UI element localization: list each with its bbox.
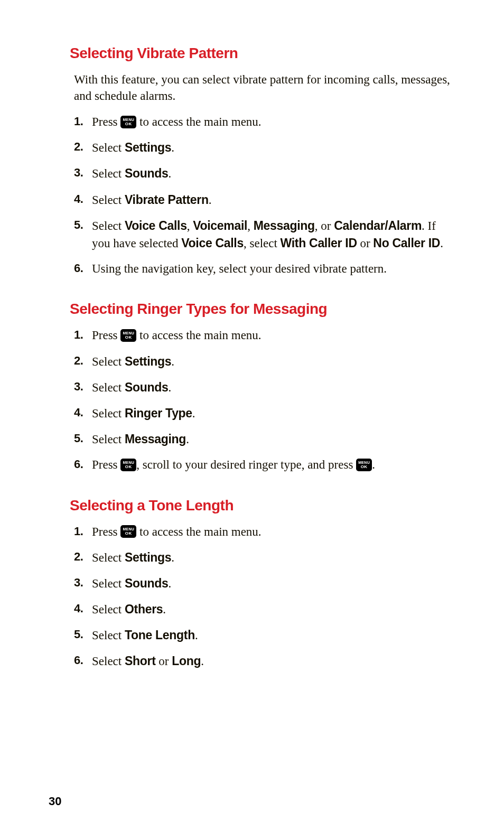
step-item: 2.Select Settings.	[74, 139, 451, 165]
menu-ok-icon: MENUOK	[120, 329, 136, 342]
step-number: 2.	[74, 353, 83, 369]
step-item: 2.Select Settings.	[74, 353, 451, 379]
step-number: 5.	[74, 217, 83, 234]
page: Selecting Vibrate PatternWith this featu…	[0, 0, 504, 840]
step-number: 4.	[74, 601, 83, 617]
section-intro: With this feature, you can select vibrat…	[74, 71, 451, 104]
bold-term: Messaging	[254, 219, 315, 232]
step-number: 6.	[74, 652, 83, 669]
bold-term: With Caller ID	[281, 236, 357, 250]
step-item: 4.Select Others.	[74, 601, 451, 627]
step-item: 5.Select Messaging.	[74, 431, 451, 456]
steps-list: 1.Press MENUOK to access the main menu.2…	[70, 524, 451, 679]
step-item: 3.Select Sounds.	[74, 165, 451, 191]
page-number: 30	[49, 795, 61, 808]
step-item: 2.Select Settings.	[74, 549, 451, 575]
step-item: 5.Select Tone Length.	[74, 627, 451, 652]
step-number: 4.	[74, 405, 83, 421]
step-item: 1.Press MENUOK to access the main menu.	[74, 114, 451, 139]
step-item: 4.Select Vibrate Pattern.	[74, 191, 451, 217]
section-heading: Selecting Ringer Types for Messaging	[70, 301, 451, 318]
bold-term: Short	[125, 654, 156, 668]
bold-term: Sounds	[125, 576, 169, 590]
bold-term: Ringer Type	[125, 406, 192, 420]
bold-term: Vibrate Pattern	[125, 193, 209, 207]
menu-ok-icon: MENUOK	[120, 116, 136, 128]
menu-ok-icon: MENUOK	[356, 459, 372, 471]
bold-term: Tone Length	[125, 628, 195, 642]
bold-term: Sounds	[125, 166, 169, 180]
section-heading: Selecting a Tone Length	[70, 497, 451, 514]
step-number: 1.	[74, 524, 83, 540]
step-number: 1.	[74, 114, 83, 130]
bold-term: Others	[125, 602, 163, 616]
step-number: 1.	[74, 327, 83, 343]
bold-term: No Caller ID	[373, 236, 440, 250]
step-item: 1.Press MENUOK to access the main menu.	[74, 327, 451, 352]
bold-term: Voicemail	[193, 219, 247, 232]
step-item: 6.Press MENUOK, scroll to your desired r…	[74, 456, 451, 482]
step-item: 3.Select Sounds.	[74, 575, 451, 601]
step-item: 3.Select Sounds.	[74, 379, 451, 405]
step-item: 6.Select Short or Long.	[74, 652, 451, 678]
section-heading: Selecting Vibrate Pattern	[70, 45, 451, 62]
step-number: 5.	[74, 431, 83, 447]
bold-term: Voice Calls	[181, 236, 244, 250]
bold-term: Settings	[125, 354, 171, 368]
step-item: 6.Using the navigation key, select your …	[74, 260, 451, 286]
bold-term: Settings	[125, 550, 171, 564]
step-item: 1.Press MENUOK to access the main menu.	[74, 524, 451, 549]
step-number: 3.	[74, 575, 83, 591]
steps-list: 1.Press MENUOK to access the main menu.2…	[70, 114, 451, 286]
bold-term: Settings	[125, 141, 171, 154]
step-number: 6.	[74, 260, 83, 277]
step-item: 5.Select Voice Calls, Voicemail, Messagi…	[74, 217, 451, 260]
step-number: 4.	[74, 191, 83, 208]
menu-ok-icon: MENUOK	[120, 459, 136, 471]
bold-term: Voice Calls	[125, 219, 187, 232]
page-content: Selecting Vibrate PatternWith this featu…	[70, 45, 451, 679]
step-number: 5.	[74, 627, 83, 643]
bold-term: Sounds	[125, 380, 169, 394]
menu-ok-icon: MENUOK	[120, 525, 136, 538]
step-number: 6.	[74, 456, 83, 473]
steps-list: 1.Press MENUOK to access the main menu.2…	[70, 327, 451, 482]
bold-term: Long	[172, 654, 201, 668]
bold-term: Messaging	[125, 432, 186, 446]
step-number: 2.	[74, 549, 83, 565]
step-item: 4.Select Ringer Type.	[74, 405, 451, 431]
step-number: 3.	[74, 379, 83, 395]
step-number: 3.	[74, 165, 83, 181]
bold-term: Calendar/Alarm	[334, 219, 422, 232]
step-number: 2.	[74, 139, 83, 155]
